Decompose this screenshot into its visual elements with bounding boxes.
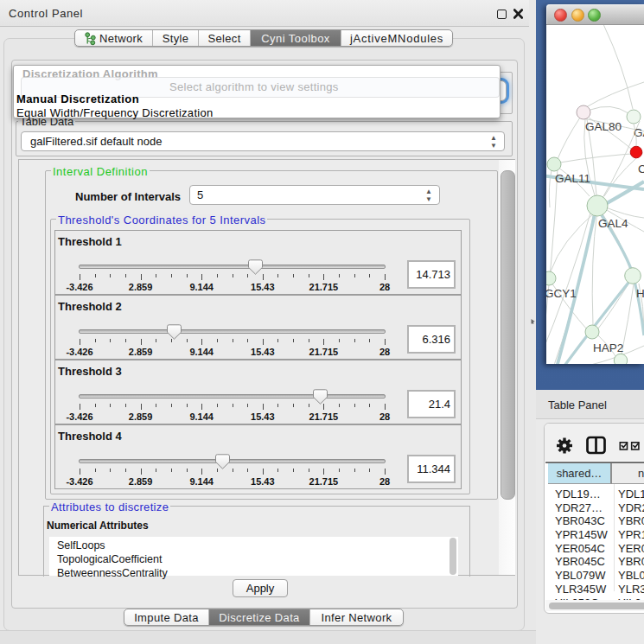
svg-text:HAP2: HAP2 (593, 341, 623, 354)
svg-text:CY: CY (638, 163, 644, 175)
svg-text:GAL11: GAL11 (555, 172, 590, 185)
svg-text:GAL80: GAL80 (585, 120, 622, 133)
svg-text:GCY1: GCY1 (546, 287, 577, 300)
svg-text:GAL4: GAL4 (598, 217, 628, 230)
svg-text:HA: HA (636, 287, 644, 300)
